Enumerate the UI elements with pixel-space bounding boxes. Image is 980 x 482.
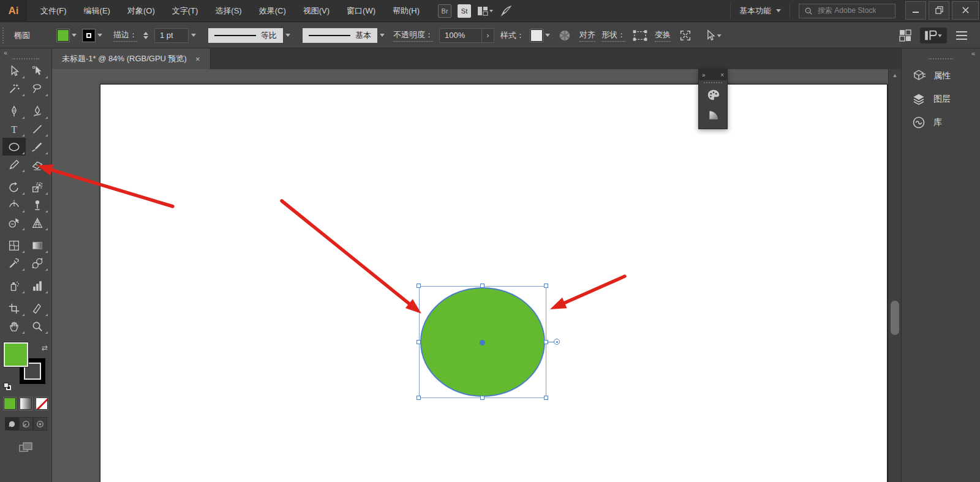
line-segment-tool[interactable] <box>26 120 49 138</box>
artboard-tool[interactable] <box>2 299 26 317</box>
handle-middle-left[interactable] <box>417 340 421 344</box>
none-button[interactable] <box>36 397 48 410</box>
canvas-vertical-scrollbar[interactable]: ▲ <box>888 69 900 482</box>
default-fill-stroke-icon[interactable] <box>4 383 12 390</box>
handle-bottom-right[interactable] <box>544 396 548 400</box>
menu-item[interactable]: 选择(S) <box>206 0 250 22</box>
align-link[interactable]: 对齐 <box>579 29 595 42</box>
width-tool[interactable] <box>2 196 26 214</box>
center-point[interactable] <box>480 340 485 345</box>
shape-link[interactable]: 形状： <box>601 29 625 42</box>
curvature-tool[interactable] <box>26 102 49 120</box>
direct-selection-tool[interactable] <box>26 62 49 80</box>
shape-builder-tool[interactable] <box>2 214 26 232</box>
isolate-selected-object-icon[interactable] <box>677 28 694 43</box>
bridge-icon[interactable]: Br <box>438 4 451 18</box>
dock-grip[interactable] <box>929 58 953 59</box>
panel-expand-icon[interactable]: » <box>702 72 706 78</box>
width-profile-dropdown[interactable]: 等比 <box>208 28 283 43</box>
gradient-quarter-icon[interactable] <box>699 105 728 124</box>
stock-search-input[interactable]: 搜索 Adobe Stock <box>799 4 895 18</box>
draw-behind-mode-icon[interactable] <box>19 417 33 431</box>
pen-tool[interactable] <box>2 102 26 120</box>
restore-down-button[interactable] <box>929 1 949 20</box>
handle-top-right[interactable] <box>544 284 548 288</box>
symbol-sprayer-tool[interactable] <box>2 277 26 295</box>
menu-item[interactable]: 对象(O) <box>119 0 164 22</box>
stock-icon[interactable]: St <box>458 4 471 18</box>
panel-tiles-icon[interactable] <box>897 28 914 43</box>
column-graph-tool[interactable] <box>26 277 49 295</box>
slice-tool[interactable] <box>26 299 49 317</box>
puppet-warp-tool[interactable] <box>26 196 49 214</box>
transform-link[interactable]: 变换 <box>655 29 671 42</box>
opacity-field[interactable]: 100% <box>439 28 482 43</box>
dock-item-图层[interactable]: 图层 <box>902 88 980 111</box>
artboard[interactable] <box>100 84 888 482</box>
dock-item-属性[interactable]: 属性 <box>902 64 980 88</box>
gradient-button[interactable] <box>20 397 32 410</box>
draw-normal-mode-icon[interactable] <box>5 417 19 431</box>
tab-close-icon[interactable]: × <box>195 55 200 64</box>
stroke-panel-link[interactable]: 描边： <box>113 29 137 42</box>
eyedropper-tool[interactable] <box>2 254 26 272</box>
style-swatch[interactable] <box>530 29 543 42</box>
menu-item[interactable]: 窗口(W) <box>338 0 384 22</box>
ellipse-tool[interactable] <box>2 138 26 156</box>
control-bar-grip[interactable] <box>2 28 6 43</box>
mesh-tool[interactable] <box>2 236 26 254</box>
menu-item[interactable]: 文件(F) <box>32 0 75 22</box>
handle-top-center[interactable] <box>480 284 484 288</box>
paintbrush-tool[interactable] <box>26 138 49 156</box>
fill-swatch[interactable] <box>57 29 69 42</box>
stroke-weight-stepper[interactable] <box>143 32 148 39</box>
toolbar-collapse-icon[interactable]: « <box>4 49 7 56</box>
fill-color-picker[interactable] <box>57 29 77 42</box>
app-logo-icon[interactable]: Ai <box>0 0 27 22</box>
dock-item-库[interactable]: 库 <box>902 111 980 134</box>
menu-list-icon[interactable] <box>953 28 970 43</box>
rotate-tool[interactable] <box>2 178 26 196</box>
fill-color-well[interactable] <box>4 342 28 367</box>
color-palette-icon[interactable] <box>699 85 728 105</box>
panel-close-icon[interactable]: × <box>720 72 724 78</box>
panel-grip[interactable] <box>704 82 722 83</box>
draw-inside-mode-icon[interactable] <box>33 417 47 431</box>
scale-tool[interactable] <box>26 178 49 196</box>
blend-tool[interactable] <box>26 254 49 272</box>
brush-definition-chevron[interactable] <box>377 28 387 43</box>
shape-properties-icon[interactable] <box>631 28 649 43</box>
toolbar-grip[interactable] <box>12 58 39 59</box>
swap-fill-stroke-icon[interactable]: ⇄ <box>42 344 48 352</box>
lasso-tool[interactable] <box>26 80 49 97</box>
zoom-tool[interactable] <box>26 317 49 335</box>
opacity-link[interactable]: 不透明度： <box>393 29 433 42</box>
stroke-weight-field[interactable]: 1 pt <box>154 28 189 43</box>
canvas-pasteboard[interactable] <box>52 69 888 482</box>
perspective-grid-tool[interactable] <box>26 214 49 232</box>
minimize-button[interactable] <box>905 1 926 20</box>
style-picker[interactable] <box>530 29 550 42</box>
hand-tool[interactable] <box>2 317 26 335</box>
menu-item[interactable]: 文字(T) <box>164 0 207 22</box>
recolor-artwork-icon[interactable] <box>556 28 573 43</box>
selection-tool[interactable] <box>2 62 26 80</box>
handle-bottom-left[interactable] <box>417 396 421 400</box>
stroke-weight-dropdown[interactable] <box>189 28 198 43</box>
gradient-tool[interactable] <box>26 236 49 254</box>
opacity-expand-button[interactable]: › <box>482 28 494 43</box>
stroke-color-picker[interactable] <box>83 29 102 42</box>
menu-item[interactable]: 效果(C) <box>251 0 295 22</box>
select-similar-objects-icon[interactable] <box>700 28 727 43</box>
type-tool[interactable]: T <box>2 120 26 138</box>
menu-item[interactable]: 编辑(E) <box>75 0 119 22</box>
workspace-switcher[interactable]: 基本功能 <box>730 4 790 18</box>
change-screen-mode-icon[interactable] <box>17 440 35 455</box>
share-icon[interactable] <box>499 5 513 17</box>
menu-item[interactable]: 视图(V) <box>295 0 338 22</box>
scroll-up-icon[interactable]: ▲ <box>891 72 899 79</box>
arrange-documents-icon[interactable] <box>477 6 493 16</box>
properties-panel-toggle[interactable] <box>920 28 947 43</box>
document-tab[interactable]: 未标题-1* @ 84% (RGB/GPU 预览) × <box>52 48 211 69</box>
handle-top-left[interactable] <box>417 284 421 288</box>
